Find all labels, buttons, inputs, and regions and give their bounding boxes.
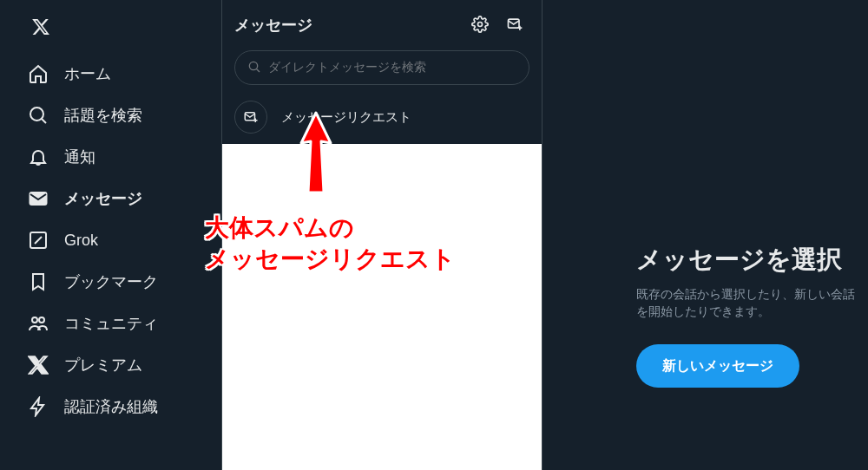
new-message-button-label: 新しいメッセージ xyxy=(662,357,773,375)
sidebar-item-messages[interactable]: メッセージ xyxy=(9,178,221,219)
search-container: ダイレクトメッセージを検索 xyxy=(222,47,542,90)
x-premium-icon xyxy=(28,355,49,375)
sidebar-item-home[interactable]: ホーム xyxy=(9,53,221,95)
message-requests-label: メッセージリクエスト xyxy=(281,109,411,126)
new-message-icon-button[interactable] xyxy=(500,10,529,40)
sidebar-item-grok[interactable]: Grok xyxy=(9,219,221,261)
messages-header: メッセージ xyxy=(222,0,542,47)
header-actions xyxy=(465,10,529,40)
svg-point-11 xyxy=(249,62,257,69)
search-placeholder: ダイレクトメッセージを検索 xyxy=(268,60,426,75)
settings-button[interactable] xyxy=(465,10,495,40)
sidebar-item-label: 認証済み組織 xyxy=(64,396,158,417)
sidebar-item-bookmarks[interactable]: ブックマーク xyxy=(9,261,221,303)
x-logo[interactable] xyxy=(9,5,221,53)
grok-icon xyxy=(28,230,49,251)
sidebar-item-label: 通知 xyxy=(64,147,95,167)
sidebar-item-label: ホーム xyxy=(64,63,111,84)
sidebar-nav: ホーム 話題を検索 通知 メッセージ Grok ブックマーク コ xyxy=(0,0,221,470)
svg-point-5 xyxy=(32,317,37,323)
empty-subtitle: 既存の会話から選択したり、新しい会話を開始したりできます。 xyxy=(636,286,859,320)
home-icon xyxy=(28,63,49,84)
message-requests-row[interactable]: メッセージリクエスト xyxy=(222,90,542,144)
conversation-list-redacted xyxy=(222,144,542,470)
lightning-icon xyxy=(28,396,49,417)
messages-column: メッセージ ダイレクトメッセージを検索 メッセージリクエスト xyxy=(221,0,542,470)
gear-icon xyxy=(471,16,489,36)
sidebar-item-label: プレミアム xyxy=(64,355,142,375)
bookmark-icon xyxy=(28,271,49,292)
search-icon xyxy=(247,60,261,76)
sidebar-item-premium[interactable]: プレミアム xyxy=(9,344,221,386)
sidebar-item-label: ブックマーク xyxy=(64,271,158,292)
svg-line-12 xyxy=(257,69,260,71)
sidebar-item-communities[interactable]: コミュニティ xyxy=(9,303,221,344)
sidebar-item-notifications[interactable]: 通知 xyxy=(9,136,221,178)
sidebar-item-label: メッセージ xyxy=(64,188,142,209)
svg-point-0 xyxy=(30,108,43,121)
search-icon xyxy=(28,105,49,126)
message-requests-icon xyxy=(234,101,267,134)
sidebar-item-verified-orgs[interactable]: 認証済み組織 xyxy=(9,386,221,428)
search-input[interactable]: ダイレクトメッセージを検索 xyxy=(234,50,529,85)
svg-line-1 xyxy=(42,119,46,123)
communities-icon xyxy=(28,313,49,334)
new-message-button[interactable]: 新しいメッセージ xyxy=(636,344,799,388)
messages-title: メッセージ xyxy=(234,15,458,36)
svg-line-4 xyxy=(35,237,42,244)
empty-title: メッセージを選択 xyxy=(636,243,859,277)
sidebar-item-label: コミュニティ xyxy=(64,313,158,334)
sidebar-item-label: 話題を検索 xyxy=(64,105,142,126)
sidebar-item-explore[interactable]: 話題を検索 xyxy=(9,95,221,136)
bell-icon xyxy=(28,147,49,167)
sidebar-item-label: Grok xyxy=(64,232,98,250)
new-message-icon xyxy=(506,16,523,36)
message-detail-empty: メッセージを選択 既存の会話から選択したり、新しい会話を開始したりできます。 新… xyxy=(542,0,868,470)
svg-point-6 xyxy=(39,317,44,323)
envelope-icon xyxy=(28,188,49,209)
svg-point-7 xyxy=(478,22,483,26)
